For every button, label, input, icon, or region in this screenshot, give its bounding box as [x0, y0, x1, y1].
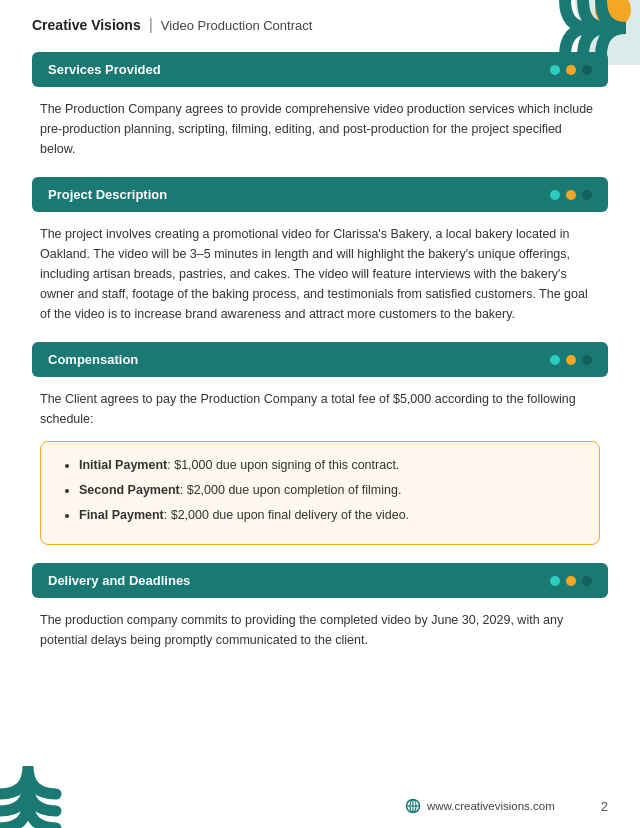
- section-title-services: Services Provided: [48, 62, 161, 77]
- payment-item-final: Final Payment: $2,000 due upon final del…: [79, 506, 579, 525]
- section-body-delivery: The production company commits to provid…: [32, 610, 608, 650]
- bottom-left-decoration: [0, 743, 115, 828]
- payment-list: Initial Payment: $1,000 due upon signing…: [61, 456, 579, 524]
- footer-website: www.creativevisions.com: [427, 800, 555, 812]
- dot-dark-3: [582, 355, 592, 365]
- section-body-services: The Production Company agrees to provide…: [32, 99, 608, 159]
- dot-teal-4: [550, 576, 560, 586]
- dot-dark-1: [582, 65, 592, 75]
- section-services-provided: Services Provided The Production Company…: [32, 52, 608, 159]
- compensation-intro: The Client agrees to pay the Production …: [40, 389, 600, 429]
- section-body-compensation: The Client agrees to pay the Production …: [32, 389, 608, 545]
- dot-teal-1: [550, 65, 560, 75]
- payment-item-second: Second Payment: $2,000 due upon completi…: [79, 481, 579, 500]
- section-header-compensation: Compensation: [32, 342, 608, 377]
- dot-dark-2: [582, 190, 592, 200]
- payment-item-initial: Initial Payment: $1,000 due upon signing…: [79, 456, 579, 475]
- dot-orange-4: [566, 576, 576, 586]
- dot-orange-3: [566, 355, 576, 365]
- section-title-delivery: Delivery and Deadlines: [48, 573, 190, 588]
- header-divider: |: [149, 16, 153, 34]
- main-content: Services Provided The Production Company…: [0, 44, 640, 684]
- payment-label-final: Final Payment: [79, 508, 164, 522]
- dot-dark-4: [582, 576, 592, 586]
- payment-label-initial: Initial Payment: [79, 458, 167, 472]
- header-dots-project: [550, 190, 592, 200]
- payment-label-second: Second Payment: [79, 483, 180, 497]
- dot-teal-2: [550, 190, 560, 200]
- footer: www.creativevisions.com 2: [130, 798, 640, 814]
- section-header-delivery: Delivery and Deadlines: [32, 563, 608, 598]
- section-title-compensation: Compensation: [48, 352, 138, 367]
- section-delivery: Delivery and Deadlines The production co…: [32, 563, 608, 650]
- payment-detail-initial: $1,000 due upon signing of this contract…: [174, 458, 399, 472]
- header-dots-delivery: [550, 576, 592, 586]
- payment-detail-final: $2,000 due upon final delivery of the vi…: [171, 508, 409, 522]
- footer-spacer: 2: [601, 799, 608, 814]
- section-compensation: Compensation The Client agrees to pay th…: [32, 342, 608, 545]
- top-right-decoration: [495, 0, 640, 65]
- section-header-project: Project Description: [32, 177, 608, 212]
- dot-orange-1: [566, 65, 576, 75]
- dot-orange-2: [566, 190, 576, 200]
- globe-icon: [405, 798, 421, 814]
- payment-schedule-box: Initial Payment: $1,000 due upon signing…: [40, 441, 600, 545]
- header-dots-services: [550, 65, 592, 75]
- dot-teal-3: [550, 355, 560, 365]
- brand-name: Creative Visions: [32, 17, 141, 33]
- document-title: Video Production Contract: [161, 18, 313, 33]
- payment-detail-second: $2,000 due upon completion of filming.: [187, 483, 402, 497]
- section-project-description: Project Description The project involves…: [32, 177, 608, 324]
- header-dots-compensation: [550, 355, 592, 365]
- section-title-project: Project Description: [48, 187, 167, 202]
- section-body-project: The project involves creating a promotio…: [32, 224, 608, 324]
